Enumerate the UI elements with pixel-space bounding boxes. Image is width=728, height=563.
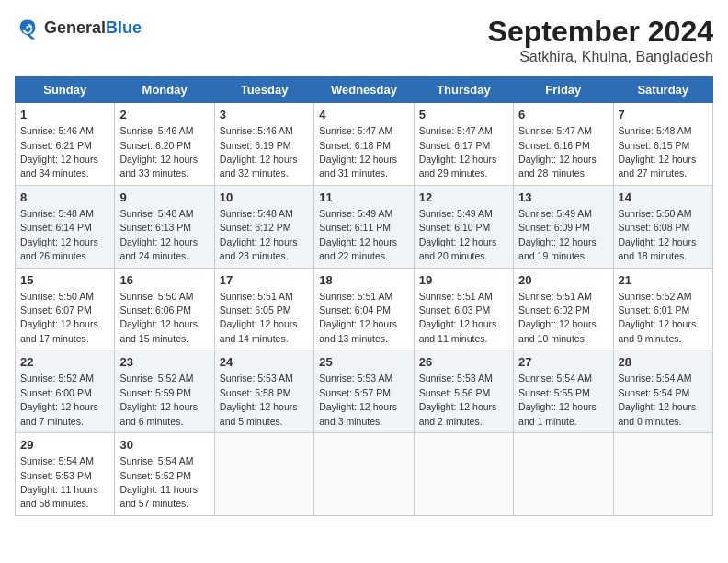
sunrise-info: Sunrise: 5:52 AM <box>119 373 193 384</box>
daylight-info: Daylight: 12 hours and 32 minutes. <box>220 154 298 178</box>
day-number: 23 <box>119 354 209 371</box>
calendar-cell: 15Sunrise: 5:50 AMSunset: 6:07 PMDayligh… <box>16 268 115 350</box>
calendar-cell <box>414 433 513 516</box>
calendar-cell: 22Sunrise: 5:52 AMSunset: 6:00 PMDayligh… <box>16 350 115 433</box>
sunset-info: Sunset: 6:11 PM <box>319 222 391 233</box>
day-number: 12 <box>419 190 508 206</box>
sunrise-info: Sunrise: 5:50 AM <box>119 291 193 302</box>
daylight-info: Daylight: 12 hours and 24 minutes. <box>119 236 198 261</box>
sunset-info: Sunset: 6:19 PM <box>220 140 291 151</box>
calendar-cell: 13Sunrise: 5:49 AMSunset: 6:09 PMDayligh… <box>514 185 613 268</box>
day-number: 18 <box>319 272 408 289</box>
calendar-cell: 25Sunrise: 5:53 AMSunset: 5:57 PMDayligh… <box>314 350 414 433</box>
calendar-cell: 28Sunrise: 5:54 AMSunset: 5:54 PMDayligh… <box>613 350 712 433</box>
calendar-cell: 7Sunrise: 5:48 AMSunset: 6:15 PMDaylight… <box>613 103 712 186</box>
sunrise-info: Sunrise: 5:49 AM <box>518 208 592 219</box>
daylight-info: Daylight: 12 hours and 6 minutes. <box>119 401 198 426</box>
sunrise-info: Sunrise: 5:47 AM <box>419 125 493 136</box>
sunrise-info: Sunrise: 5:54 AM <box>518 373 592 384</box>
daylight-info: Daylight: 12 hours and 18 minutes. <box>619 236 697 261</box>
day-number: 1 <box>20 107 109 123</box>
day-number: 9 <box>119 190 209 206</box>
calendar-cell: 8Sunrise: 5:48 AMSunset: 6:14 PMDaylight… <box>16 185 115 268</box>
daylight-info: Daylight: 12 hours and 33 minutes. <box>119 154 198 178</box>
sunrise-info: Sunrise: 5:48 AM <box>220 208 293 219</box>
day-number: 3 <box>220 107 309 123</box>
calendar-cell <box>613 433 712 516</box>
calendar-cell: 24Sunrise: 5:53 AMSunset: 5:58 PMDayligh… <box>214 350 313 433</box>
sunset-info: Sunset: 6:14 PM <box>20 222 92 233</box>
daylight-info: Daylight: 12 hours and 26 minutes. <box>20 236 98 261</box>
sunrise-info: Sunrise: 5:48 AM <box>119 208 193 219</box>
sunset-info: Sunset: 6:15 PM <box>619 140 690 151</box>
column-header-tuesday: Tuesday <box>214 77 313 103</box>
day-number: 27 <box>518 354 608 371</box>
day-number: 29 <box>20 437 109 454</box>
day-number: 26 <box>419 354 508 371</box>
sunrise-info: Sunrise: 5:51 AM <box>319 291 392 302</box>
day-number: 11 <box>319 190 408 206</box>
sunrise-info: Sunrise: 5:46 AM <box>119 125 193 136</box>
column-header-wednesday: Wednesday <box>314 77 414 103</box>
sunrise-info: Sunrise: 5:52 AM <box>20 373 94 384</box>
sunset-info: Sunset: 6:02 PM <box>518 304 590 316</box>
calendar-cell: 18Sunrise: 5:51 AMSunset: 6:04 PMDayligh… <box>314 268 414 350</box>
sunset-info: Sunset: 5:54 PM <box>619 387 690 398</box>
sunrise-info: Sunrise: 5:54 AM <box>20 455 94 466</box>
daylight-info: Daylight: 12 hours and 10 minutes. <box>518 318 597 343</box>
calendar-cell: 20Sunrise: 5:51 AMSunset: 6:02 PMDayligh… <box>514 268 613 350</box>
day-number: 28 <box>619 354 708 371</box>
logo-text: GeneralBlue <box>44 18 142 38</box>
sunset-info: Sunset: 6:07 PM <box>20 304 92 316</box>
sunrise-info: Sunrise: 5:53 AM <box>419 373 493 384</box>
day-number: 20 <box>518 272 608 289</box>
logo: GeneralBlue <box>15 15 142 40</box>
daylight-info: Daylight: 12 hours and 13 minutes. <box>319 318 397 343</box>
calendar-cell: 4Sunrise: 5:47 AMSunset: 6:18 PMDaylight… <box>314 103 414 186</box>
sunset-info: Sunset: 6:00 PM <box>20 387 92 398</box>
sunset-info: Sunset: 6:10 PM <box>419 222 491 233</box>
page-title: September 2024 <box>488 15 713 49</box>
daylight-info: Daylight: 12 hours and 2 minutes. <box>419 401 497 426</box>
calendar-cell <box>214 433 313 516</box>
daylight-info: Daylight: 12 hours and 31 minutes. <box>319 154 397 178</box>
column-header-sunday: Sunday <box>16 77 115 103</box>
day-number: 22 <box>20 354 109 371</box>
column-header-thursday: Thursday <box>414 77 513 103</box>
title-area: September 2024 Satkhira, Khulna, Banglad… <box>488 15 713 65</box>
sunset-info: Sunset: 6:17 PM <box>419 140 491 151</box>
sunset-info: Sunset: 5:59 PM <box>119 387 191 398</box>
calendar-cell: 2Sunrise: 5:46 AMSunset: 6:20 PMDaylight… <box>115 103 214 186</box>
column-header-saturday: Saturday <box>613 77 712 103</box>
sunrise-info: Sunrise: 5:54 AM <box>119 455 193 466</box>
sunset-info: Sunset: 5:58 PM <box>220 387 291 398</box>
sunrise-info: Sunrise: 5:48 AM <box>20 208 94 219</box>
daylight-info: Daylight: 12 hours and 14 minutes. <box>220 318 298 343</box>
sunset-info: Sunset: 6:09 PM <box>518 222 590 233</box>
daylight-info: Daylight: 12 hours and 19 minutes. <box>518 236 597 261</box>
calendar-table: SundayMondayTuesdayWednesdayThursdayFrid… <box>15 76 713 516</box>
sunset-info: Sunset: 5:57 PM <box>319 387 391 398</box>
day-number: 2 <box>119 107 209 123</box>
day-number: 30 <box>119 437 209 454</box>
sunset-info: Sunset: 6:06 PM <box>119 304 191 316</box>
calendar-cell: 27Sunrise: 5:54 AMSunset: 5:55 PMDayligh… <box>514 350 613 433</box>
page-header: GeneralBlue September 2024 Satkhira, Khu… <box>15 15 713 65</box>
week-row-5: 29Sunrise: 5:54 AMSunset: 5:53 PMDayligh… <box>16 433 713 516</box>
sunset-info: Sunset: 6:16 PM <box>518 140 590 151</box>
sunrise-info: Sunrise: 5:51 AM <box>220 291 293 302</box>
sunset-info: Sunset: 5:55 PM <box>518 387 590 398</box>
day-number: 13 <box>518 190 608 206</box>
sunrise-info: Sunrise: 5:51 AM <box>518 291 592 302</box>
calendar-cell: 5Sunrise: 5:47 AMSunset: 6:17 PMDaylight… <box>414 103 513 186</box>
calendar-cell: 6Sunrise: 5:47 AMSunset: 6:16 PMDaylight… <box>514 103 613 186</box>
sunset-info: Sunset: 6:20 PM <box>119 140 191 151</box>
calendar-cell: 3Sunrise: 5:46 AMSunset: 6:19 PMDaylight… <box>214 103 313 186</box>
daylight-info: Daylight: 12 hours and 3 minutes. <box>319 401 397 426</box>
calendar-cell: 16Sunrise: 5:50 AMSunset: 6:06 PMDayligh… <box>115 268 214 350</box>
daylight-info: Daylight: 12 hours and 11 minutes. <box>419 318 497 343</box>
week-row-1: 1Sunrise: 5:46 AMSunset: 6:21 PMDaylight… <box>16 103 713 186</box>
day-number: 8 <box>20 190 109 206</box>
day-number: 24 <box>220 354 309 371</box>
daylight-info: Daylight: 12 hours and 27 minutes. <box>619 154 697 178</box>
